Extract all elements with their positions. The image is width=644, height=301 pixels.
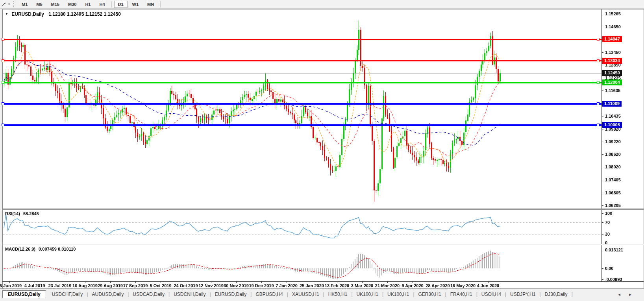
line-handle[interactable] — [2, 59, 4, 62]
rsi-label: RSI(14) 58.2845 — [5, 211, 39, 216]
price-tick-label: 1.09220 — [605, 139, 621, 144]
price-tick — [601, 154, 603, 155]
chart-tab-fra40-h1[interactable]: FRA40,H1 — [447, 290, 476, 298]
price-axis-border — [601, 9, 602, 281]
chart-tab-dj30-daily[interactable]: DJ30,Daily — [541, 290, 571, 298]
timeframe-button-d1[interactable]: D1 — [114, 1, 128, 8]
date-label: 19 Dec 2019 — [249, 283, 274, 288]
timeframe-button-h1[interactable]: H1 — [81, 1, 94, 8]
rsi-tick — [601, 213, 603, 214]
chart-tab-bar: ◄ ► EURUSD,DailyUSDCHF,Daily|AUDUSD,Dail… — [0, 288, 644, 301]
timeframe-button-mn[interactable]: MN — [143, 1, 158, 8]
horizontal-level-line-1.14047[interactable] — [3, 39, 601, 40]
macd-label: MACD(12,26,9) 0.007459 0.010110 — [5, 247, 76, 251]
chart-tab-audusd-daily[interactable]: AUDUSD,Daily — [89, 290, 128, 298]
rsi-scale-label: 0 — [605, 240, 607, 246]
chart-tab-eurusd-daily[interactable]: EURUSD,Daily — [2, 290, 46, 298]
timeframe-button-m30[interactable]: M30 — [64, 1, 80, 8]
macd-name: MACD(12,26,9) — [5, 247, 35, 251]
horizontal-level-line-1.10008[interactable] — [3, 124, 601, 126]
line-handle[interactable] — [597, 81, 600, 84]
price-tick-label: 1.10435 — [605, 113, 621, 119]
chart-dropdown-icon[interactable]: ▼ — [5, 12, 8, 16]
line-handle[interactable] — [2, 102, 4, 105]
price-badge-1.13034: 1.13034 — [602, 58, 622, 64]
price-tick-label: 1.13450 — [605, 50, 621, 55]
date-label: 5 Oct 2019 — [150, 283, 171, 288]
date-label: 10 Aug 2019 — [72, 283, 98, 288]
date-label: 9 Apr 2020 — [402, 283, 423, 288]
chart-tab-eurusd-daily[interactable]: EURUSD,Daily — [211, 290, 250, 298]
chart-tab-usdcnh-daily[interactable]: USDCNH,Daily — [170, 290, 209, 298]
price-tick — [601, 142, 603, 142]
chart-tab-gbpusd-h4[interactable]: GBPUSD,H4 — [252, 290, 286, 298]
timeframe-button-m1[interactable]: M1 — [18, 1, 31, 8]
line-tool-icon[interactable] — [1, 2, 7, 7]
line-handle[interactable] — [2, 124, 4, 126]
macd-scale-label: 0.013121 — [605, 247, 623, 253]
macd-tick — [601, 250, 603, 250]
chart-tab-xauusd-h1[interactable]: XAUUSD,H1 — [289, 290, 323, 298]
pane-separator-rsi[interactable] — [3, 209, 644, 210]
price-tick-label: 1.06805 — [605, 190, 621, 196]
rsi-scale-label: 100 — [605, 211, 612, 216]
chart-title: ▼ EURUSD,Daily 1.12180 1.12495 1.12152 1… — [5, 11, 121, 17]
timeframe-button-w1[interactable]: W1 — [128, 1, 143, 8]
tab-scroll-right-icon[interactable]: ► — [628, 292, 632, 297]
timeframe-button-m15[interactable]: M15 — [47, 1, 63, 8]
price-tick-label: 1.07405 — [605, 177, 621, 183]
line-handle[interactable] — [2, 38, 4, 41]
date-label: 12 Nov 2019 — [198, 283, 224, 288]
chart-tab-ger30-h1[interactable]: GER30,H1 — [415, 290, 445, 298]
date-label: 24 Oct 2019 — [174, 283, 198, 288]
macd-scale-label: -0.00893 — [605, 277, 622, 282]
date-label: 7 Jan 2020 — [276, 283, 298, 288]
chart-tab-usdchf-daily[interactable]: USDCHF,Daily — [48, 290, 87, 298]
line-handle[interactable] — [597, 124, 600, 126]
chart-tab-usdjpy-h1[interactable]: USDJPY,H1 — [507, 290, 539, 298]
date-label: 15 Jun 2019 — [0, 283, 22, 288]
chart-canvas[interactable] — [0, 0, 644, 288]
tab-scroll-left-icon[interactable]: ◄ — [617, 292, 621, 297]
price-badge-1.11009: 1.11009 — [602, 101, 622, 107]
timeframe-button-m5[interactable]: M5 — [32, 1, 46, 8]
toolbar-dropdown-icon[interactable]: ▾ — [8, 2, 10, 6]
price-tick — [601, 205, 603, 206]
macd-tick — [601, 268, 603, 269]
chart-tab-usdcad-daily[interactable]: USDCAD,Daily — [129, 290, 168, 298]
price-tick — [601, 78, 603, 78]
toolbar-grip[interactable] — [13, 1, 15, 7]
price-tick — [601, 180, 603, 180]
toolbar: ▾ M1M5M15M30H1H4D1W1MN — [0, 0, 644, 9]
horizontal-level-line-1.13034[interactable] — [3, 60, 601, 61]
date-label: 21 Mar 2020 — [375, 283, 400, 288]
rsi-scale-label: 70 — [605, 220, 610, 225]
price-badge-1.10008: 1.10008 — [602, 122, 622, 128]
line-handle[interactable] — [597, 59, 600, 62]
date-label: 23 Jul 2019 — [48, 283, 72, 288]
price-tick-label: 1.08020 — [605, 164, 621, 170]
price-tick-label: 1.15265 — [605, 11, 621, 17]
price-tick — [601, 116, 603, 116]
timeframe-button-h4[interactable]: H4 — [95, 1, 109, 8]
chart-tab-uk100-h1[interactable]: UK100,H1 — [353, 290, 382, 298]
date-label: 3 Mar 2020 — [351, 283, 373, 288]
horizontal-level-line-1.11009[interactable] — [3, 103, 601, 105]
line-handle[interactable] — [2, 81, 4, 84]
toolbar-separator — [160, 1, 161, 7]
line-handle[interactable] — [597, 38, 600, 41]
price-tick-label: 1.11635 — [605, 88, 620, 93]
tab-separator: | — [571, 290, 573, 298]
line-tool-glyph — [1, 2, 7, 7]
rsi-tick — [601, 234, 603, 235]
chart-tab-uk100-h1[interactable]: UK100,H1 — [384, 290, 413, 298]
rsi-name: RSI(14) — [5, 211, 20, 216]
price-tick — [601, 14, 603, 14]
chart-tab-usoil-h4[interactable]: USOil,H4 — [478, 290, 505, 298]
price-tick — [601, 65, 603, 65]
pane-separator-macd[interactable] — [3, 244, 644, 245]
horizontal-level-line-1.12004[interactable] — [3, 82, 601, 83]
chart-tab-hk50-h1[interactable]: HK50,H1 — [325, 290, 351, 298]
date-label: 13 Feb 2020 — [325, 283, 349, 288]
line-handle[interactable] — [597, 102, 600, 105]
